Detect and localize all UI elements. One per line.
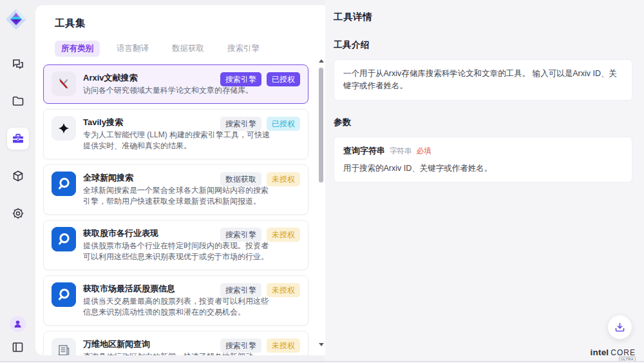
settings-icon[interactable]	[7, 202, 29, 224]
tool-badges: 搜索引擎 未授权	[220, 283, 300, 297]
tool-badges: 搜索引擎 未授权	[220, 338, 300, 353]
intro-heading: 工具介绍	[334, 39, 632, 51]
news-search-icon	[52, 227, 76, 251]
params-heading: 参数	[334, 117, 632, 128]
param-required-label: 必填	[417, 146, 431, 156]
tool-badges: 数据获取 未授权	[220, 172, 300, 186]
detail-title: 工具详情	[334, 11, 632, 23]
download-button[interactable]	[608, 315, 632, 339]
param-name: 查询字符串	[343, 145, 385, 157]
tool-list: Arxiv文献搜索 访问各个研究领域大量科学论文和文章的存储库。 搜索引擎 已授…	[43, 64, 308, 355]
tool-card[interactable]: Tavily搜索 专为人工智能代理 (LLM) 构建的搜索引擎工具，可快速提供实…	[43, 109, 308, 159]
news-search-icon	[52, 172, 76, 196]
tab-3[interactable]: 搜索引擎	[221, 41, 266, 57]
core-wordmark: CORE	[611, 348, 636, 357]
intro-text: 一个用于从Arxiv存储库搜索科学论文和文章的工具。 输入可以是Arxiv ID…	[343, 68, 623, 92]
intel-wordmark: intel	[591, 348, 609, 357]
tool-description: 提供当天交易量最高的股票列表，投资者可以利用这些信息来识别流动性强的股票和潜在的…	[83, 296, 271, 319]
tab-1[interactable]: 语言翻译	[110, 41, 155, 57]
tool-description: 提供股票市场各个行业在特定时间段内的表现。投资者可以利用这些信息来识别表现优于或…	[83, 240, 271, 263]
param-box: 查询字符串 字符串 必填 用于搜索的Arxiv ID、关键字或作者姓名。	[334, 137, 632, 183]
panel-toggle-icon[interactable]	[10, 338, 26, 355]
auth-badge: 已授权	[267, 117, 300, 131]
arxiv-icon	[52, 72, 76, 96]
news-search-icon	[52, 282, 76, 307]
category-badge: 搜索引擎	[220, 117, 261, 131]
param-header: 查询字符串 字符串 必填	[343, 145, 623, 157]
tool-badges: 搜索引擎 未授权	[220, 228, 300, 242]
rail-bottom	[0, 316, 35, 355]
category-tabs: 所有类别语言翻译数据获取搜索引擎	[55, 41, 325, 57]
tab-0[interactable]: 所有类别	[55, 41, 100, 57]
tavily-icon	[52, 116, 76, 141]
tool-description: 专为人工智能代理 (LLM) 构建的搜索引擎工具，可快速提供实时、准确和真实的结…	[83, 130, 271, 152]
category-badge: 数据获取	[220, 172, 261, 186]
category-badge: 搜索引擎	[220, 72, 261, 86]
tool-description: 访问各个研究领域大量科学论文和文章的存储库。	[83, 85, 253, 97]
cube-icon[interactable]	[7, 165, 29, 187]
window-bottom-edge	[0, 361, 644, 362]
tool-card[interactable]: Arxiv文献搜索 访问各个研究领域大量科学论文和文章的存储库。 搜索引擎 已授…	[43, 64, 308, 104]
download-icon	[614, 322, 625, 333]
tool-badges: 搜索引擎 已授权	[220, 117, 300, 131]
newspaper-icon	[52, 338, 76, 356]
app-logo-icon	[5, 8, 28, 31]
tool-card[interactable]: 万维地区新闻查询 查询具体行政区划内的新闻，快速了解各地新闻动 搜索引擎 未授权	[43, 331, 308, 356]
user-avatar-icon[interactable]	[10, 316, 26, 332]
scrollbar-thumb[interactable]	[319, 68, 323, 182]
auth-badge: 未授权	[267, 172, 300, 186]
intel-core-logo: intel CORE ULTRA	[591, 348, 636, 357]
tool-detail-panel: 工具详情 工具介绍 一个用于从Arxiv存储库搜索科学论文和文章的工具。 输入可…	[325, 0, 644, 363]
category-badge: 搜索引擎	[220, 228, 261, 242]
auth-badge: 未授权	[267, 283, 300, 297]
list-scrollbar[interactable]	[318, 59, 324, 346]
scroll-up-arrow-icon[interactable]	[319, 59, 324, 63]
param-type: 字符串	[390, 146, 412, 156]
toolbox-icon[interactable]	[7, 128, 29, 150]
chat-icon[interactable]	[7, 53, 29, 75]
category-badge: 搜索引擎	[220, 338, 261, 353]
page-title: 工具集	[55, 17, 325, 30]
tab-2[interactable]: 数据获取	[166, 41, 211, 57]
auth-badge: 已授权	[267, 72, 300, 86]
tool-collection-panel: 工具集 所有类别语言翻译数据获取搜索引擎 Arxiv文献搜索 访问各个研究领域大…	[35, 5, 325, 355]
category-badge: 搜索引擎	[220, 283, 261, 297]
rail-nav	[0, 53, 35, 224]
tool-description: 全球新闻搜索是一个聚合全球各大新闻网站内容的搜索引擎，帮助用户快速获取全球最新资…	[83, 185, 271, 208]
param-description: 用于搜索的Arxiv ID、关键字或作者姓名。	[343, 162, 623, 175]
auth-badge: 未授权	[267, 338, 300, 353]
left-rail	[0, 0, 35, 363]
folder-icon[interactable]	[7, 90, 29, 112]
intro-box: 一个用于从Arxiv存储库搜索科学论文和文章的工具。 输入可以是Arxiv ID…	[334, 59, 632, 101]
scroll-down-arrow-icon[interactable]	[319, 343, 324, 346]
tool-card[interactable]: 全球新闻搜索 全球新闻搜索是一个聚合全球各大新闻网站内容的搜索引擎，帮助用户快速…	[43, 164, 308, 215]
tool-card[interactable]: 获取股市各行业表现 提供股票市场各个行业在特定时间段内的表现。投资者可以利用这些…	[43, 220, 308, 270]
tool-badges: 搜索引擎 已授权	[220, 72, 300, 86]
tool-card[interactable]: 获取市场最活跃股票信息 提供当天交易量最高的股票列表，投资者可以利用这些信息来识…	[43, 275, 308, 326]
auth-badge: 未授权	[267, 228, 300, 242]
